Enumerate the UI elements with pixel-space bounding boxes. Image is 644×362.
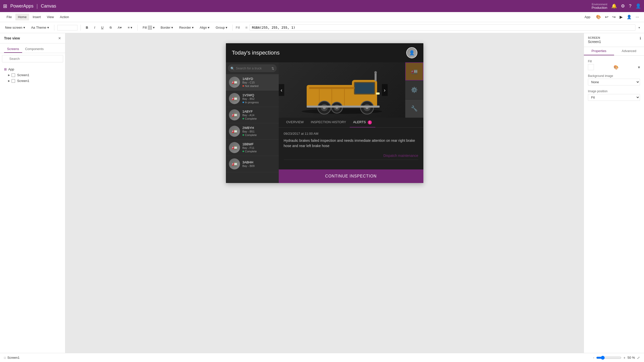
- brand: PowerApps | Canvas: [10, 3, 56, 9]
- alert-text: Hydraulic brakes failed inspection and n…: [284, 138, 418, 149]
- tree-item-screen1a[interactable]: ▶ Screen1: [6, 72, 63, 78]
- img-pos-select[interactable]: Fit: [588, 94, 640, 101]
- truck-list: 🔍 ⇅ 🚛 1ABYD Ba: [226, 62, 279, 183]
- screen-label: SCREEN: [588, 36, 640, 39]
- zoom-out-button[interactable]: -: [593, 356, 594, 360]
- new-screen-button[interactable]: New screen ▾: [3, 25, 27, 30]
- info-icon[interactable]: ℹ: [640, 36, 641, 40]
- border-button[interactable]: Border ▾: [159, 25, 175, 30]
- close-icon[interactable]: ✕: [58, 36, 61, 40]
- sidebar-search: 🔍: [0, 53, 65, 64]
- truck-item-1abyd[interactable]: 🚛 1ABYD Bay - C15 Not started: [226, 74, 279, 90]
- truck-name-1bbwf: 1BBWF: [243, 142, 276, 146]
- truck-item-3abhh[interactable]: 🚛 3ABHH Bay - B09: [226, 156, 279, 172]
- tab-overview[interactable]: OVERVIEW: [283, 118, 307, 127]
- bold-button[interactable]: B: [84, 25, 90, 30]
- redo-icon[interactable]: ↪: [611, 14, 617, 20]
- grid-icon[interactable]: ⊞: [3, 3, 7, 9]
- toolbar: New screen ▾ Aa Theme ▾ B I U S A▾ ≡ ▾ F…: [0, 22, 644, 33]
- continue-inspection-button[interactable]: CONTINUE INSPECTION: [279, 169, 423, 183]
- zoom-expand-button[interactable]: ⤢: [637, 356, 640, 360]
- app-btn[interactable]: App: [582, 14, 593, 20]
- truck-thumb-1bbwf: 🚛: [229, 142, 240, 153]
- truck-item-2wbyh[interactable]: 🚛 2WBYH Bay - B51 Complete: [226, 123, 279, 140]
- sidebar-title: Tree view: [4, 36, 20, 40]
- status-bar: □ Screen1 - + 50 % ⤢: [0, 353, 644, 362]
- fill-expand-icon[interactable]: ▾: [638, 65, 640, 70]
- theme-button[interactable]: Aa Theme ▾: [29, 25, 51, 30]
- fill-icon[interactable]: 🎨: [614, 65, 619, 70]
- thumb-3[interactable]: 🔧: [405, 100, 423, 118]
- truck-search-input[interactable]: [228, 64, 277, 72]
- zoom-slider[interactable]: [596, 356, 621, 360]
- color-icon[interactable]: 🎨: [595, 14, 602, 20]
- sidebar-tabs: Screens Components: [0, 43, 65, 53]
- menu-insert[interactable]: Insert: [30, 14, 44, 20]
- font-color-button[interactable]: A▾: [116, 25, 124, 30]
- italic-button[interactable]: I: [92, 25, 97, 30]
- account-icon[interactable]: 👤: [635, 3, 641, 9]
- menu-action[interactable]: Action: [57, 14, 71, 20]
- underline-button[interactable]: U: [99, 25, 105, 30]
- more-icon[interactable]: ···: [635, 14, 640, 20]
- group-button[interactable]: Group ▾: [214, 25, 229, 30]
- tab-screens[interactable]: Screens: [4, 46, 22, 53]
- reorder-button[interactable]: Reorder ▾: [177, 25, 196, 30]
- new-screen-label: New screen: [5, 26, 22, 29]
- play-icon[interactable]: ▶: [619, 14, 624, 20]
- truck-item-1vswq[interactable]: 🚛 1VSWQ Bay - B52 In progress: [226, 90, 279, 107]
- screen-checkbox-1[interactable]: [12, 73, 15, 77]
- truck-thumb-1abyf: 🚛: [229, 109, 240, 120]
- truck-main-svg: [297, 65, 387, 115]
- next-image-button[interactable]: ›: [382, 84, 388, 96]
- status-dot-1abyf: [243, 118, 244, 119]
- bg-image-select[interactable]: None: [588, 79, 640, 85]
- user-icon[interactable]: 👤: [626, 14, 633, 20]
- menu-view[interactable]: View: [44, 14, 56, 20]
- sort-icon[interactable]: ⇅: [271, 66, 274, 70]
- canvas-area: Today's inspections 👤 🔍 ⇅: [65, 33, 584, 353]
- help-icon[interactable]: ?: [629, 4, 631, 9]
- menu-home[interactable]: Home: [15, 14, 29, 20]
- truck-thumb-1vswq: 🚛: [229, 93, 240, 104]
- truck-bay-1abyf: Bay - A14: [243, 114, 276, 117]
- tree-item-screen1b[interactable]: ▶ Screen1: [6, 78, 63, 84]
- tab-advanced[interactable]: Advanced: [614, 47, 644, 55]
- search-input[interactable]: [2, 55, 63, 62]
- truck-item-1bbwf[interactable]: 🚛 1BBWF Bay - F11 Complete: [226, 140, 279, 156]
- formula-expand-icon[interactable]: ▾: [637, 25, 641, 30]
- notification-icon[interactable]: 🔔: [611, 3, 617, 9]
- theme-chevron: ▾: [47, 26, 49, 29]
- tab-properties[interactable]: Properties: [584, 47, 614, 55]
- tab-inspection-history[interactable]: INSPECTION HISTORY: [307, 118, 349, 127]
- fill-color-swatch[interactable]: [588, 64, 594, 70]
- fill-button[interactable]: Fill ▾: [141, 25, 157, 31]
- thumb-2[interactable]: ⚙️: [405, 81, 423, 99]
- align-button[interactable]: ≡ ▾: [126, 25, 134, 30]
- search-wrap: 🔍: [2, 55, 63, 62]
- truck-bay-3abhh: Bay - B09: [243, 164, 276, 167]
- truck-thumb-3abhh: 🚛: [229, 158, 240, 169]
- main-layout: Tree view ✕ Screens Components 🔍 ⊞ App ▶…: [0, 33, 644, 353]
- strikethrough-button[interactable]: S: [107, 25, 114, 30]
- thumb-1[interactable]: 🚛: [405, 62, 423, 80]
- font-size-input[interactable]: [57, 25, 77, 30]
- screen-checkbox-2[interactable]: [12, 79, 15, 83]
- new-screen-chevron: ▾: [23, 26, 25, 29]
- dispatch-maintenance-link[interactable]: Dispatch maintenance: [383, 154, 418, 158]
- formula-label: Fill: [236, 26, 243, 29]
- formula-input[interactable]: [250, 24, 635, 31]
- tab-alerts[interactable]: ALERTS 1: [350, 118, 375, 127]
- settings-icon[interactable]: ⚙: [621, 3, 625, 9]
- prev-image-button[interactable]: ‹: [279, 84, 285, 96]
- menu-file[interactable]: File: [4, 14, 14, 20]
- align-text-button[interactable]: Align ▾: [198, 25, 212, 30]
- tab-components[interactable]: Components: [22, 46, 47, 53]
- truck-info-1abyf: 1ABYF Bay - A14 Complete: [243, 110, 276, 120]
- tree-item-app[interactable]: ⊞ App: [2, 66, 63, 72]
- truck-thumb-1abyd: 🚛: [229, 77, 240, 88]
- zoom-in-button[interactable]: +: [623, 356, 625, 360]
- truck-item-1abyf[interactable]: 🚛 1ABYF Bay - A14 Complete: [226, 107, 279, 123]
- truck-name-2wbyh: 2WBYH: [243, 126, 276, 130]
- undo-icon[interactable]: ↩: [604, 14, 609, 20]
